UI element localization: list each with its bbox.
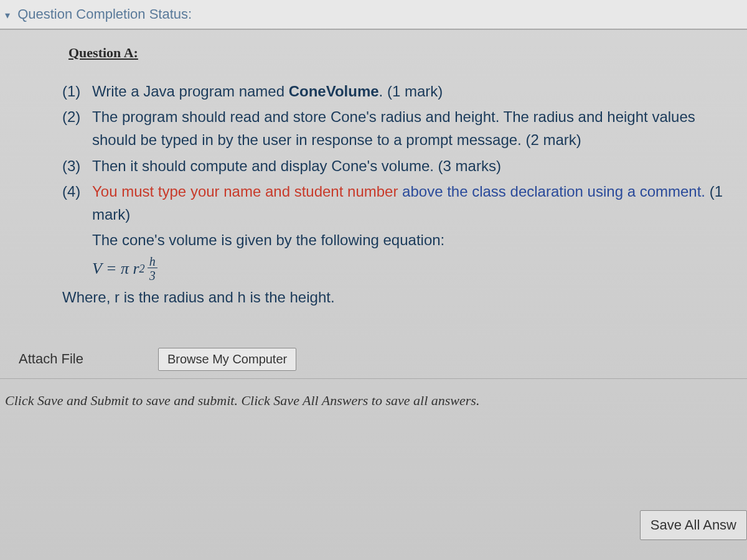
item-text-prefix: Write a Java program named [92, 83, 289, 100]
formula-denominator: 3 [149, 268, 156, 282]
formula: V = π r2 h 3 [92, 255, 735, 282]
item-number: (2) [62, 105, 92, 128]
browse-my-computer-button[interactable]: Browse My Computer [158, 348, 296, 371]
chevron-down-icon: ▾ [5, 9, 10, 21]
formula-exponent: 2 [139, 260, 145, 278]
item-number: (1) [62, 80, 92, 103]
equation-intro: The cone's volume is given by the follow… [92, 228, 735, 251]
save-submit-hint: Click Save and Submit to save and submit… [0, 379, 747, 409]
question-item-3: (3) Then it should compute and display C… [62, 154, 735, 177]
item-text-blue: above the class declaration using a comm… [402, 183, 705, 200]
completion-status-bar[interactable]: ▾ Question Completion Status: [0, 0, 747, 30]
item-number: (4) [62, 180, 92, 203]
question-item-2: (2) The program should read and store Co… [62, 105, 735, 151]
item-text: The program should read and store Cone's… [92, 105, 735, 151]
formula-numerator: h [148, 255, 157, 268]
attach-file-label: Attach File [19, 351, 83, 367]
formula-where: Where, r is the radius and h is the heig… [62, 286, 735, 309]
completion-status-label: Question Completion Status: [17, 6, 192, 22]
item-text-red: You must type your name and student numb… [92, 183, 402, 200]
item-text: Then it should compute and display Cone'… [92, 154, 735, 177]
save-all-answers-button[interactable]: Save All Answ [640, 510, 747, 540]
question-body: (1) Write a Java program named ConeVolum… [62, 80, 747, 309]
question-item-1: (1) Write a Java program named ConeVolum… [62, 80, 735, 103]
item-number: (3) [62, 154, 92, 177]
question-item-4: (4) You must type your name and student … [62, 180, 735, 226]
question-heading: Question A: [68, 45, 747, 61]
formula-left: V = π r [92, 256, 139, 281]
item-text-suffix: . (1 mark) [379, 83, 443, 100]
attach-file-row: Attach File Browse My Computer [0, 340, 747, 379]
program-name: ConeVolume [289, 83, 379, 100]
question-content: Question A: (1) Write a Java program nam… [0, 45, 747, 409]
